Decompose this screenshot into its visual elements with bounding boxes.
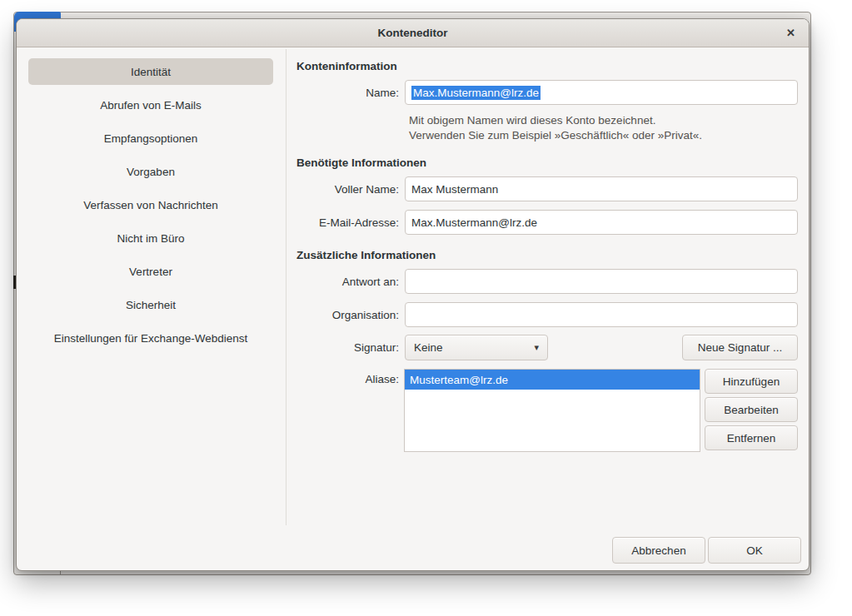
sidebar-item-label: Verfassen von Nachrichten <box>83 199 217 211</box>
sidebar-item-label: Empfangsoptionen <box>104 132 198 145</box>
sidebar-item-identitaet[interactable]: Identität <box>28 58 273 85</box>
sidebar-item-label: Vorgaben <box>127 166 175 178</box>
organisation-row: Organisation: <box>296 302 798 327</box>
sidebar-item-vertreter[interactable]: Vertreter <box>28 258 273 285</box>
sidebar-item-nicht-im-buero[interactable]: Nicht im Büro <box>28 225 273 251</box>
aliases-list[interactable]: Musterteam@lrz.de <box>404 369 700 452</box>
full-name-input[interactable] <box>405 176 798 201</box>
full-name-row: Voller Name: <box>296 176 798 201</box>
cancel-button[interactable]: Abbrechen <box>612 537 705 564</box>
sidebar-separator <box>286 49 286 525</box>
section-heading-required-info: Benötigte Informationen <box>296 156 426 169</box>
name-row: Name: Max.Mustermann@lrz.de <box>296 80 798 105</box>
signature-label: Signatur: <box>296 341 405 354</box>
chevron-down-icon: ▾ <box>534 342 539 353</box>
aliases-label: Aliase: <box>296 373 405 385</box>
email-label: E-Mail-Adresse: <box>296 216 405 229</box>
reply-to-label: Antwort an: <box>296 276 405 288</box>
name-help-text: Mit obigem Namen wird dieses Konto bezei… <box>409 113 702 143</box>
sidebar-item-label: Sicherheit <box>126 299 176 311</box>
section-heading-account-info: Konteninformation <box>296 60 397 72</box>
sidebar-item-label: Vertreter <box>129 266 172 278</box>
name-input[interactable]: Max.Mustermann@lrz.de <box>405 80 798 105</box>
ok-button[interactable]: OK <box>708 537 801 564</box>
alias-edit-button[interactable]: Bearbeiten <box>705 397 798 422</box>
alias-list-item[interactable]: Musterteam@lrz.de <box>405 370 700 390</box>
sidebar-item-label: Identität <box>131 66 171 78</box>
full-name-label: Voller Name: <box>296 183 405 196</box>
alias-remove-button[interactable]: Entfernen <box>705 425 798 450</box>
reply-to-row: Antwort an: <box>296 269 798 294</box>
organisation-input[interactable] <box>405 302 798 327</box>
signature-dropdown-value: Keine <box>414 341 443 354</box>
sidebar-item-exchange-webdienst[interactable]: Einstellungen für Exchange-Webdienst <box>28 325 273 351</box>
reply-to-input[interactable] <box>405 269 798 294</box>
email-row: E-Mail-Adresse: <box>296 210 798 235</box>
name-help-line1: Mit obigem Namen wird dieses Konto bezei… <box>409 113 702 128</box>
signature-dropdown[interactable]: Keine ▾ <box>405 335 548 360</box>
sidebar-item-empfangsoptionen[interactable]: Empfangsoptionen <box>28 125 273 152</box>
sidebar-item-vorgaben[interactable]: Vorgaben <box>28 158 273 185</box>
sidebar: Identität Abrufen von E-Mails Empfangsop… <box>17 47 285 351</box>
alias-list-item-text: Musterteam@lrz.de <box>410 374 508 386</box>
organisation-label: Organisation: <box>296 309 405 321</box>
sidebar-item-abrufen-von-e-mails[interactable]: Abrufen von E-Mails <box>28 92 273 118</box>
section-heading-additional-info: Zusätzliche Informationen <box>296 249 436 261</box>
sidebar-item-sicherheit[interactable]: Sicherheit <box>28 291 273 318</box>
desktop: { "window": { "title": "Konteneditor", "… <box>0 0 852 616</box>
name-label: Name: <box>296 87 405 99</box>
name-input-selected-text: Max.Mustermann@lrz.de <box>411 86 541 100</box>
new-signature-button[interactable]: Neue Signatur ... <box>682 335 798 360</box>
dialog-title: Konteneditor <box>378 27 448 39</box>
close-icon[interactable]: ✕ <box>784 19 798 47</box>
account-editor-dialog: Konteneditor ✕ Identität Abrufen von E-M… <box>16 18 810 571</box>
titlebar[interactable]: Konteneditor ✕ <box>17 19 809 47</box>
sidebar-item-label: Abrufen von E-Mails <box>100 99 202 112</box>
alias-add-button[interactable]: Hinzufügen <box>705 369 798 394</box>
sidebar-item-label: Einstellungen für Exchange-Webdienst <box>54 332 247 345</box>
email-input[interactable] <box>405 210 798 235</box>
sidebar-item-verfassen-von-nachrichten[interactable]: Verfassen von Nachrichten <box>28 191 273 218</box>
name-help-line2: Verwenden Sie zum Beispiel »Geschäftlich… <box>409 128 702 143</box>
sidebar-item-label: Nicht im Büro <box>117 232 184 245</box>
